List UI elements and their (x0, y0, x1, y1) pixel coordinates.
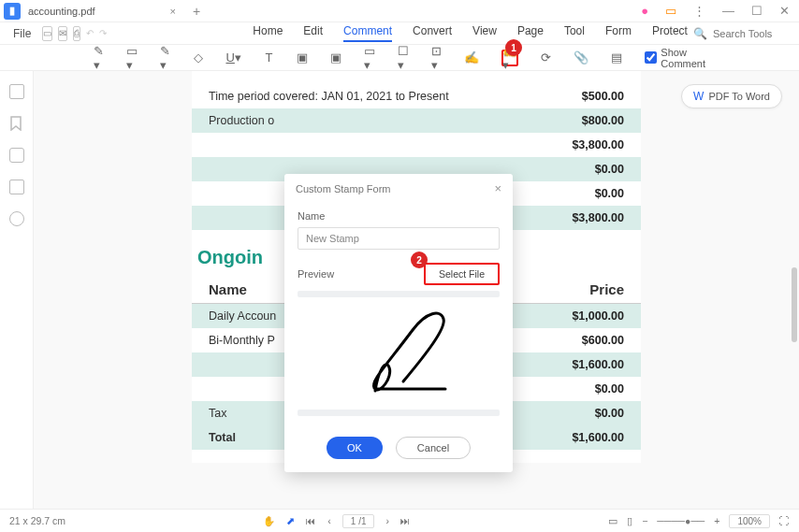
search-tools[interactable]: 🔍 (693, 27, 797, 40)
fullscreen-icon[interactable]: ⛶ (779, 515, 790, 526)
file-tab[interactable]: accounting.pdf × (28, 6, 176, 17)
form-icon[interactable]: ▤ (611, 50, 622, 66)
text-icon[interactable]: T (264, 50, 274, 66)
tab-comment[interactable]: Comment (343, 24, 392, 42)
signature-icon[interactable]: ✍ (464, 50, 479, 66)
callout-badge-2: 2 (411, 252, 428, 268)
preview-bar-bottom (298, 410, 500, 416)
page-indicator[interactable]: 1 /1 (342, 514, 375, 528)
last-page-icon[interactable]: ⏭ (400, 515, 411, 526)
signature-preview (298, 297, 500, 410)
close-window-icon[interactable]: ✕ (774, 4, 795, 18)
show-comment-toggle[interactable]: Show Comment (645, 47, 705, 69)
save-icon[interactable]: ▭ (42, 26, 52, 41)
app-icon: ▮ (4, 3, 21, 20)
link-icon[interactable]: ⟳ (541, 50, 551, 66)
ok-button[interactable]: OK (327, 437, 383, 459)
comments-panel-icon[interactable] (9, 148, 24, 163)
redo-icon[interactable]: ↷ (99, 28, 107, 38)
stamp-name-input[interactable] (298, 227, 500, 250)
statusbar: 21 x 29.7 cm ✋ ⬈ ⏮ ‹ 1 /1 › ⏭ ▭ ▯ − ────… (0, 509, 799, 532)
attachments-panel-icon[interactable] (9, 180, 24, 194)
dialog-title: Custom Stamp Form (296, 183, 390, 194)
table-row: $3,800.00 (192, 133, 641, 157)
table-row: Time period covered: JAN 01, 2021 to Pre… (192, 84, 641, 108)
th-price: Price (589, 281, 624, 297)
shape-icon[interactable]: ▭ ▾ (364, 50, 375, 66)
callout-badge-1: 1 (505, 39, 522, 56)
tab-home[interactable]: Home (253, 24, 283, 42)
notification-icon[interactable]: ▭ (660, 4, 682, 18)
eraser-icon[interactable]: ◇ (193, 50, 203, 66)
zoom-level[interactable]: 100% (729, 514, 770, 528)
tab-protect[interactable]: Protect (652, 24, 688, 42)
pencil-icon[interactable]: ✎ ▾ (160, 50, 170, 66)
fit-width-icon[interactable]: ▭ (608, 515, 617, 526)
cancel-button[interactable]: Cancel (396, 437, 471, 459)
next-page-icon[interactable]: › (385, 515, 389, 526)
zoom-out-icon[interactable]: − (642, 515, 647, 526)
name-label: Name (298, 210, 500, 222)
maximize-icon[interactable]: ☐ (746, 4, 768, 18)
zoom-slider[interactable]: ────●── (657, 515, 705, 526)
comment-toolbar: ✎ ▾ ▭ ▾ ✎ ▾ ◇ U ▾ T ▣ ▣ ▭ ▾ ☐ ▾ ⊡ ▾ ✍ ✍ … (0, 45, 799, 71)
preview-area (298, 291, 500, 416)
titlebar: ▮ accounting.pdf × + ● ▭ ⋮ — ☐ ✕ (0, 0, 799, 22)
measure-icon[interactable]: ⊡ ▾ (431, 50, 442, 66)
word-icon: W (693, 90, 704, 103)
menubar: File ▭ ✉ ⎙ ↶ ↷ Home Edit Comment Convert… (0, 22, 799, 45)
select-tool-icon[interactable]: ⬈ (286, 515, 295, 526)
zoom-in-icon[interactable]: + (714, 515, 719, 526)
dialog-close-icon[interactable]: × (494, 181, 501, 195)
first-page-icon[interactable]: ⏮ (306, 515, 316, 526)
preview-bar-top (298, 291, 500, 297)
user-avatar-icon[interactable]: ● (635, 4, 654, 18)
minimize-icon[interactable]: — (717, 4, 740, 18)
tab-tool[interactable]: Tool (564, 24, 585, 42)
search-icon: 🔍 (693, 27, 707, 40)
tab-edit[interactable]: Edit (303, 24, 323, 42)
note-icon[interactable]: ▭ ▾ (126, 50, 138, 66)
undo-icon[interactable]: ↶ (86, 28, 94, 38)
underline-icon[interactable]: U ▾ (225, 50, 240, 66)
fit-page-icon[interactable]: ▯ (627, 515, 632, 526)
table-row: Production o$800.00 (192, 108, 641, 133)
search-input[interactable] (713, 28, 797, 39)
mail-icon[interactable]: ✉ (58, 26, 67, 41)
add-tab-button[interactable]: + (193, 4, 200, 19)
show-comment-label: Show Comment (661, 47, 705, 69)
tab-view[interactable]: View (472, 24, 497, 42)
preview-label: Preview (298, 268, 334, 280)
print-icon[interactable]: ⎙ (73, 26, 80, 41)
page-dimensions: 21 x 29.7 cm (9, 515, 65, 526)
scrollbar-thumb[interactable] (792, 267, 797, 342)
bookmark-icon[interactable] (9, 116, 24, 131)
tab-page[interactable]: Page (517, 24, 544, 42)
stamp-icon[interactable]: ☐ ▾ (398, 50, 409, 66)
highlight-icon[interactable]: ✎ ▾ (94, 50, 104, 66)
file-menu[interactable]: File (7, 25, 36, 42)
kebab-menu-icon[interactable]: ⋮ (688, 4, 711, 18)
search-panel-icon[interactable] (9, 211, 24, 226)
custom-stamp-dialog: Custom Stamp Form × Name Preview 2 Selec… (284, 174, 513, 472)
pdf-to-word-label: PDF To Word (708, 91, 770, 102)
tab-convert[interactable]: Convert (413, 24, 452, 42)
file-tab-name: accounting.pdf (28, 6, 95, 17)
th-name: Name (209, 281, 247, 297)
tab-form[interactable]: Form (605, 24, 632, 42)
close-tab-icon[interactable]: × (170, 6, 176, 17)
thumbnails-icon[interactable] (9, 84, 24, 99)
textbox-icon[interactable]: ▣ (297, 50, 308, 66)
content-area: W PDF To Word Time period covered: JAN 0… (0, 71, 799, 509)
main-tabs: Home Edit Comment Convert View Page Tool… (253, 24, 688, 42)
show-comment-checkbox[interactable] (645, 51, 657, 64)
pdf-to-word-button[interactable]: W PDF To Word (681, 84, 782, 108)
left-rail (0, 71, 34, 509)
attachment-icon[interactable]: 📎 (574, 50, 588, 66)
hand-tool-icon[interactable]: ✋ (263, 515, 275, 527)
callout-icon[interactable]: ▣ (330, 50, 341, 66)
select-file-button[interactable]: Select File (424, 263, 500, 285)
prev-page-icon[interactable]: ‹ (327, 515, 331, 526)
